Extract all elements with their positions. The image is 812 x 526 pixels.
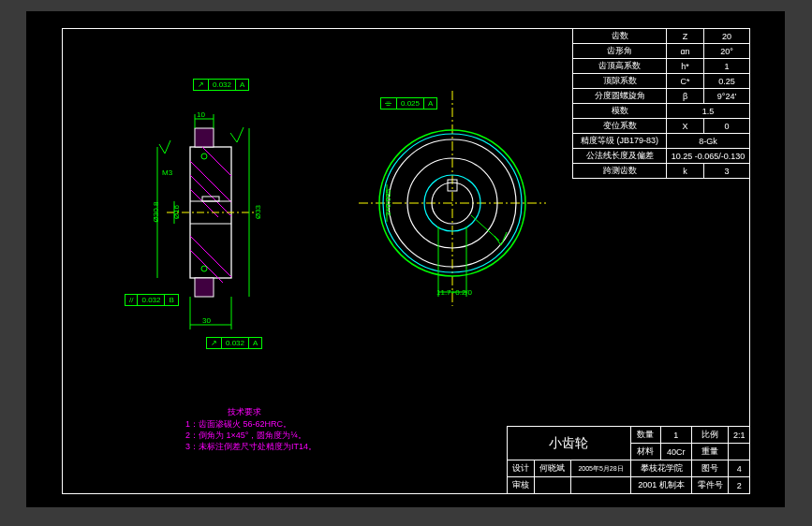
dim-30: 30 [202, 316, 211, 325]
fcf-runout-1: ↗0.032A [193, 79, 249, 91]
part-name: 小齿轮 [508, 427, 631, 460]
svg-rect-12 [202, 197, 219, 201]
svg-line-6 [202, 147, 231, 176]
section-view [101, 86, 345, 348]
dim-10: 10 [197, 110, 205, 119]
svg-point-23 [201, 266, 207, 271]
table-row: 审核 2001 机制本零件号2 [508, 477, 750, 494]
table-row: 分度圆螺旋角β9°24' [573, 89, 750, 104]
table-row: 变位系数X0 [573, 119, 750, 134]
drawing-page: 齿数Z20 齿形角αn20° 齿顶高系数h*1 顶隙系数C*0.25 分度圆螺旋… [26, 11, 785, 507]
title-block: 小齿轮 数量1比例2:1 材料40Cr重量 设计何晓斌2005年5月28日 攀枝… [507, 426, 750, 494]
table-row: 公法线长度及偏差10.25 -0.065/-0.130 [573, 149, 750, 164]
dim-3035: 3+0.035 [384, 189, 392, 216]
svg-rect-1 [195, 128, 214, 147]
svg-point-22 [201, 153, 207, 159]
fcf-symmetry: ⌯0.025A [380, 97, 437, 110]
dim-117: 11.7+0.2/0 [436, 288, 472, 297]
table-row: 齿形角αn20° [573, 44, 750, 59]
svg-rect-2 [195, 278, 214, 297]
dim-30d: Ø30.8 [152, 202, 160, 223]
notes-title: 技术要求 [228, 406, 261, 418]
gear-param-table: 齿数Z20 齿形角αn20° 齿顶高系数h*1 顶隙系数C*0.25 分度圆螺旋… [572, 28, 750, 179]
dim-33: Ø33 [254, 205, 262, 219]
table-row: 模数1.5 [573, 104, 750, 119]
fcf-runout-2: ↗0.032A [206, 337, 262, 349]
table-row: 设计何晓斌2005年5月28日 攀枝花学院图号4 [508, 460, 750, 477]
table-row: 小齿轮 数量1比例2:1 [508, 427, 750, 444]
dim-m3: M3 [162, 168, 172, 177]
table-row: 齿顶高系数h*1 [573, 59, 750, 74]
table-row: 精度等级 (JB179-83)8-Gk [573, 134, 750, 149]
note-3: 3：未标注倒差尺寸处精度为IT14。 [185, 441, 317, 453]
table-row: 跨测齿数k3 [573, 164, 750, 179]
dim-16: Ø16 [172, 205, 181, 219]
table-row: 齿数Z20 [573, 29, 750, 44]
fcf-parallel: //0.032B [125, 294, 179, 306]
table-row: 顶隙系数C*0.25 [573, 74, 750, 89]
